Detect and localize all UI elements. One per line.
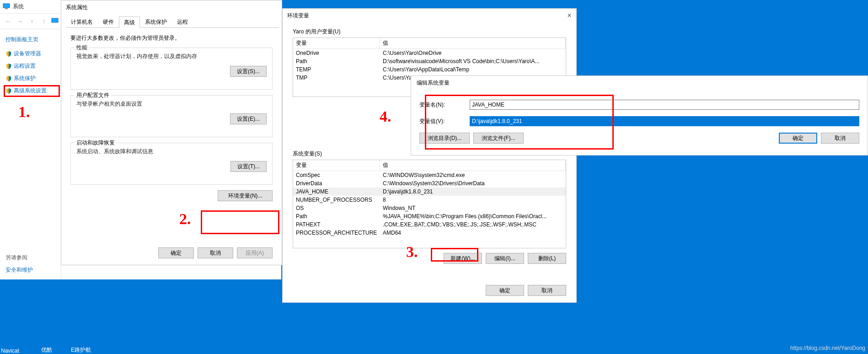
- table-row[interactable]: PATHEXT.COM;.EXE;.BAT;.CMD;.VBS;.VBE;.JS…: [293, 220, 566, 229]
- editvar-cancel-button[interactable]: 取消: [821, 133, 859, 144]
- table-row[interactable]: OSWindows_NT: [293, 204, 566, 212]
- user-vars-label-text: Yaro 的用户变量(U): [293, 28, 340, 35]
- taskbar-eroad[interactable]: E路护航: [71, 346, 91, 354]
- environment-variables-button[interactable]: 环境变量(N)...: [218, 190, 273, 201]
- sysprops-cancel-button[interactable]: 取消: [198, 247, 233, 258]
- cell-name: PATHEXT: [293, 220, 380, 229]
- envvars-ok-button[interactable]: 确定: [486, 285, 524, 296]
- edit-variable-dialog: 编辑系统变量 变量名(N): 变量值(V): 浏览目录(D)... 浏览文件(F…: [411, 75, 868, 156]
- cell-name: TMP: [293, 74, 380, 82]
- profile-text: 与登录帐户相关的桌面设置: [76, 100, 267, 108]
- sys-edit-button[interactable]: 编辑(I)...: [486, 253, 524, 264]
- table-row[interactable]: NUMBER_OF_PROCESSORS8: [293, 196, 566, 204]
- table-row[interactable]: Path%JAVA_HOME%\bin;C:\Program Files (x8…: [293, 212, 566, 220]
- table-row[interactable]: ComSpecC:\WINDOWS\system32\cmd.exe: [293, 171, 566, 179]
- cell-value: AMD64: [380, 229, 566, 237]
- back-icon[interactable]: ←: [4, 17, 13, 26]
- cell-name: PROCESSOR_ARCHITECTURE: [293, 229, 380, 237]
- see-also-security[interactable]: 安全和维护: [5, 266, 33, 274]
- startup-title: 启动和故障恢复: [75, 139, 117, 147]
- table-row[interactable]: TEMPC:\Users\Yaro\AppData\Local\Temp: [293, 65, 566, 74]
- cell-value: C:\Users\Yaro\OneDrive: [380, 49, 566, 57]
- tab-advanced[interactable]: 高级: [119, 16, 140, 28]
- cell-name: JAVA_HOME: [293, 188, 380, 196]
- sysprops-ok-button[interactable]: 确定: [158, 247, 194, 258]
- cell-value: .COM;.EXE;.BAT;.CMD;.VBS;.VBE;.JS;.JSE;.…: [380, 220, 566, 229]
- table-row[interactable]: PathD:\software\visualcode\Microsoft VS …: [293, 57, 566, 65]
- var-value-label: 变量值(V):: [419, 118, 470, 125]
- col-header-value[interactable]: 值: [380, 160, 566, 171]
- cell-value: %JAVA_HOME%\bin;C:\Program Files (x86)\C…: [380, 212, 566, 220]
- shield-icon: [5, 63, 12, 70]
- cell-value: D:\software\visualcode\Microsoft VS Code…: [380, 57, 566, 65]
- browse-dir-button[interactable]: 浏览目录(D)...: [419, 133, 470, 144]
- table-row[interactable]: DriverDataC:\Windows\System32\Drivers\Dr…: [293, 179, 566, 188]
- sidebar-item-label: 系统保护: [14, 75, 36, 82]
- sidebar-item-advanced[interactable]: 高级系统设置: [5, 87, 61, 95]
- tab-remote[interactable]: 远程: [172, 16, 193, 27]
- cell-value: 8: [380, 196, 566, 204]
- see-also-title: 另请参阅: [5, 254, 33, 262]
- sidebar-item-protection[interactable]: 系统保护: [5, 75, 61, 82]
- col-header-name[interactable]: 变量: [293, 160, 380, 171]
- col-header-name[interactable]: 变量: [293, 38, 380, 48]
- startup-text: 系统启动、系统故障和调试信息: [76, 148, 267, 156]
- address-icon: [51, 17, 59, 26]
- taskbar-youku[interactable]: 优酷: [41, 346, 52, 354]
- var-name-input[interactable]: [470, 100, 859, 110]
- startup-settings-button[interactable]: 设置(T)...: [230, 161, 267, 172]
- sidebar-title: 控制面板主页: [5, 36, 61, 43]
- system-properties-tabs: 计算机名 硬件 高级 系统保护 远程: [66, 16, 279, 28]
- down-icon[interactable]: v: [27, 19, 37, 24]
- var-value-input[interactable]: [470, 116, 859, 126]
- table-row[interactable]: PROCESSOR_ARCHITECTUREAMD64: [293, 229, 566, 237]
- cell-value: C:\WINDOWS\system32\cmd.exe: [380, 171, 566, 179]
- sidebar-item-remote[interactable]: 远程设置: [5, 62, 61, 70]
- performance-title: 性能: [75, 44, 89, 52]
- close-icon[interactable]: ✕: [567, 9, 572, 22]
- var-name-label: 变量名(N):: [419, 101, 470, 109]
- sys-delete-button[interactable]: 删除(L): [528, 253, 566, 264]
- shield-icon: [5, 75, 12, 82]
- svg-rect-2: [52, 18, 58, 22]
- col-header-value[interactable]: 值: [380, 38, 566, 48]
- profile-settings-button[interactable]: 设置(E)...: [230, 113, 267, 124]
- system-window-title: 系统: [13, 3, 24, 11]
- sys-new-button[interactable]: 新建(W)...: [444, 253, 482, 264]
- taskbar-navicat[interactable]: Navicat: [1, 348, 19, 354]
- envvars-cancel-button[interactable]: 取消: [528, 285, 566, 296]
- user-vars-label: Yaro 的用户变量(U): [293, 28, 566, 36]
- sidebar-item-label: 高级系统设置: [14, 87, 47, 95]
- control-panel-sidebar: 控制面板主页 设备管理器 远程设置 系统保护 高级系统设置 另请参阅 安全和维护: [0, 29, 61, 279]
- cell-name: ComSpec: [293, 171, 380, 179]
- watermark: https://blog.csdn.net/YaroDong: [790, 345, 865, 351]
- cell-name: DriverData: [293, 179, 380, 188]
- tab-computer-name[interactable]: 计算机名: [66, 16, 98, 27]
- cell-value: D:\java\jdk1.8.0_231: [380, 188, 566, 196]
- tab-hardware[interactable]: 硬件: [98, 16, 119, 27]
- browse-file-button[interactable]: 浏览文件(F)...: [473, 133, 524, 144]
- editvar-ok-button[interactable]: 确定: [779, 133, 817, 144]
- cell-name: Path: [293, 57, 380, 65]
- cell-name: TEMP: [293, 65, 380, 74]
- forward-icon[interactable]: →: [16, 17, 25, 26]
- table-row[interactable]: JAVA_HOMED:\java\jdk1.8.0_231: [293, 188, 566, 196]
- performance-settings-button[interactable]: 设置(S)...: [230, 66, 267, 77]
- computer-icon: [3, 2, 10, 11]
- sysprops-apply-button: 应用(A): [237, 247, 273, 258]
- envvars-title: 环境变量: [287, 9, 309, 22]
- startup-fieldset: 启动和故障恢复 系统启动、系统故障和调试信息 设置(T)...: [70, 143, 273, 185]
- cell-name: NUMBER_OF_PROCESSORS: [293, 196, 380, 204]
- shield-icon: [5, 88, 12, 94]
- sys-vars-label-text: 系统变量(S): [293, 150, 322, 157]
- admin-note: 要进行大多数更改，你必须作为管理员登录。: [70, 34, 273, 42]
- up-icon[interactable]: ↑: [39, 17, 48, 26]
- sidebar-item-device-manager[interactable]: 设备管理器: [5, 50, 61, 58]
- table-row[interactable]: OneDriveC:\Users\Yaro\OneDrive: [293, 49, 566, 57]
- tab-system-protection[interactable]: 系统保护: [140, 16, 172, 27]
- environment-variables-dialog: 环境变量 ✕ Yaro 的用户变量(U) 变量 值 OneDriveC:\Use…: [282, 8, 577, 303]
- edit-variable-title: 编辑系统变量: [411, 76, 868, 90]
- sys-vars-table[interactable]: 变量 值 ComSpecC:\WINDOWS\system32\cmd.exeD…: [293, 160, 566, 248]
- svg-rect-1: [5, 8, 8, 9]
- cell-name: OneDrive: [293, 49, 380, 57]
